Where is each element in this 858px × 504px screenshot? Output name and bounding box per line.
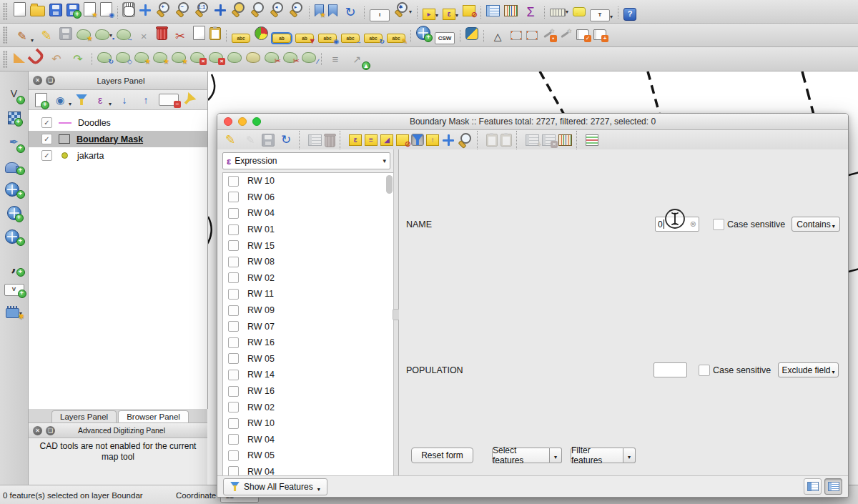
- select-features-button[interactable]: ▸▾: [422, 8, 439, 21]
- deselect-all-button[interactable]: ⊘: [462, 4, 476, 17]
- run-feature-action-button[interactable]: ✱▾: [393, 1, 413, 17]
- feature-checkbox[interactable]: [228, 466, 239, 476]
- delete-ring-button[interactable]: ×: [189, 51, 205, 64]
- feature-list-item[interactable]: RW 11: [223, 286, 393, 302]
- deselect-all-button[interactable]: ⊘: [395, 134, 410, 147]
- cad-tools-button[interactable]: [13, 52, 26, 64]
- reset-form-button[interactable]: Reset form: [411, 448, 473, 463]
- feature-list-item[interactable]: RW 10: [223, 173, 393, 189]
- manage-visibility-button[interactable]: ◉▾: [51, 91, 72, 109]
- delete-field-button[interactable]: ×: [541, 134, 556, 147]
- delete-part-button[interactable]: ×: [208, 51, 224, 64]
- population-filter-input[interactable]: [654, 362, 687, 377]
- measure-button[interactable]: ▾: [549, 8, 569, 17]
- reshape-tool-button[interactable]: [245, 51, 261, 64]
- feature-list-item[interactable]: RW 02: [223, 399, 393, 415]
- redo-button[interactable]: ↷: [69, 50, 87, 69]
- select-all-button[interactable]: ≡: [364, 134, 378, 147]
- show-all-features-dropdown[interactable]: Show All Features ▾: [223, 478, 327, 495]
- label-abc-edit-button[interactable]: abc✎: [386, 33, 406, 44]
- style-book-add-button[interactable]: +: [593, 29, 607, 41]
- paste-features-button[interactable]: [500, 133, 513, 147]
- style-wand-fill-button[interactable]: ▪: [541, 28, 556, 41]
- feature-list-item[interactable]: RW 16: [223, 383, 393, 400]
- filter-features-dropdown[interactable]: ▾: [623, 448, 636, 463]
- toggle-editing-button[interactable]: ✎: [37, 26, 56, 45]
- zoom-to-selection-button[interactable]: [250, 1, 266, 17]
- add-raster-layer-button[interactable]: +: [7, 111, 21, 125]
- rotate-point-symbols-button[interactable]: ↗▲▾: [347, 50, 369, 69]
- field-calculator-button[interactable]: [558, 134, 573, 147]
- feature-list-item[interactable]: RW 04: [223, 432, 393, 448]
- show-bookmarks-button[interactable]: [327, 4, 338, 17]
- label-abc-button[interactable]: abc: [231, 33, 251, 44]
- move-feature-button[interactable]: →: [116, 29, 132, 41]
- remove-layer-button[interactable]: −: [158, 93, 179, 107]
- zoom-native-button[interactable]: 1:1: [194, 1, 210, 17]
- feature-checkbox[interactable]: [228, 305, 239, 316]
- clear-style-button[interactable]: [182, 94, 195, 106]
- feature-checkbox[interactable]: [228, 370, 239, 380]
- feature-list-scrollbar[interactable]: [386, 175, 393, 194]
- add-spatialite-layer-button[interactable]: ✒+: [5, 133, 24, 152]
- expression-combobox[interactable]: ε Expression ▾: [222, 152, 390, 169]
- feature-list-item[interactable]: RW 10: [223, 415, 393, 432]
- filter-form-view-button[interactable]: [411, 134, 424, 146]
- layer-item-jakarta[interactable]: ✓jakarta: [29, 147, 207, 164]
- close-panel-icon[interactable]: ✕: [33, 426, 42, 435]
- tab-browser-panel[interactable]: Browser Panel: [118, 410, 189, 423]
- layer-item-boundary-mask[interactable]: ✓Boundary Mask: [29, 131, 207, 147]
- select-annotation-button[interactable]: [510, 30, 523, 41]
- population-operator-dropdown[interactable]: Exclude field▾: [778, 362, 839, 377]
- feature-checkbox[interactable]: [228, 450, 239, 461]
- map-tips-button[interactable]: [572, 6, 586, 20]
- filter-features-button[interactable]: Filter features: [571, 448, 623, 463]
- float-panel-icon[interactable]: ❏: [46, 426, 55, 435]
- metasearch-button[interactable]: +: [415, 25, 431, 41]
- scale-annotation-button[interactable]: [526, 30, 538, 41]
- close-panel-icon[interactable]: ✕: [33, 76, 42, 85]
- new-project-button[interactable]: [13, 1, 26, 17]
- multiedit-button[interactable]: ✎: [241, 131, 260, 149]
- new-print-composer-button[interactable]: ★: [83, 1, 97, 17]
- feature-checkbox[interactable]: [228, 208, 239, 219]
- label-abc-show-button[interactable]: abc◉: [317, 33, 337, 44]
- conditional-formatting-button[interactable]: [585, 134, 599, 147]
- feature-list-item[interactable]: RW 16: [223, 335, 393, 351]
- tab-layers-panel[interactable]: Layers Panel: [51, 410, 117, 423]
- text-annotation-button[interactable]: T▾: [589, 9, 613, 22]
- pan-to-selection-button[interactable]: [138, 3, 152, 17]
- zoom-full-button[interactable]: [213, 3, 227, 17]
- toolbar-grip[interactable]: [3, 26, 8, 44]
- copy-features-button[interactable]: [192, 25, 206, 41]
- map-themes-button[interactable]: +: [34, 92, 48, 108]
- new-shapefile-layer-button[interactable]: V+: [4, 283, 25, 297]
- dialog-titlebar[interactable]: Boundary Mask :: Features total: 2727, f…: [217, 114, 848, 130]
- add-postgis-layer-button[interactable]: +▾: [4, 159, 23, 174]
- feature-checkbox[interactable]: [228, 192, 239, 202]
- cut-features-button[interactable]: ✂: [171, 27, 189, 46]
- save-edits-button[interactable]: [261, 133, 275, 147]
- zoom-next-button[interactable]: ▸: [288, 1, 305, 17]
- add-ring-button[interactable]: ★: [134, 51, 149, 64]
- table-view-button[interactable]: [804, 478, 822, 495]
- feature-list-item[interactable]: RW 04: [223, 205, 393, 222]
- merge-features-button[interactable]: ∕: [301, 51, 317, 64]
- csw-catalog-button[interactable]: CSW: [434, 31, 455, 45]
- feature-list-item[interactable]: RW 05: [223, 448, 393, 464]
- composer-manager-button[interactable]: ◉: [99, 1, 113, 17]
- feature-checkbox[interactable]: [228, 176, 239, 187]
- merge-attributes-button[interactable]: ≡: [326, 50, 345, 69]
- statistics-button[interactable]: Σ: [521, 3, 540, 21]
- feature-list-item[interactable]: RW 06: [223, 189, 393, 206]
- select-by-expression-button[interactable]: ε▾: [442, 8, 459, 21]
- pane-splitter[interactable]: [393, 149, 399, 476]
- add-oracle-layer-button[interactable]: +▾: [4, 182, 23, 197]
- name-case-sensitive-checkbox[interactable]: [713, 219, 724, 230]
- feature-checkbox[interactable]: [228, 353, 239, 364]
- paste-features-button[interactable]: [209, 26, 222, 41]
- open-project-button[interactable]: [29, 2, 46, 17]
- split-parts-button[interactable]: ✂: [282, 51, 298, 64]
- feature-checkbox[interactable]: [228, 272, 239, 283]
- save-project-as-button[interactable]: +: [66, 3, 80, 17]
